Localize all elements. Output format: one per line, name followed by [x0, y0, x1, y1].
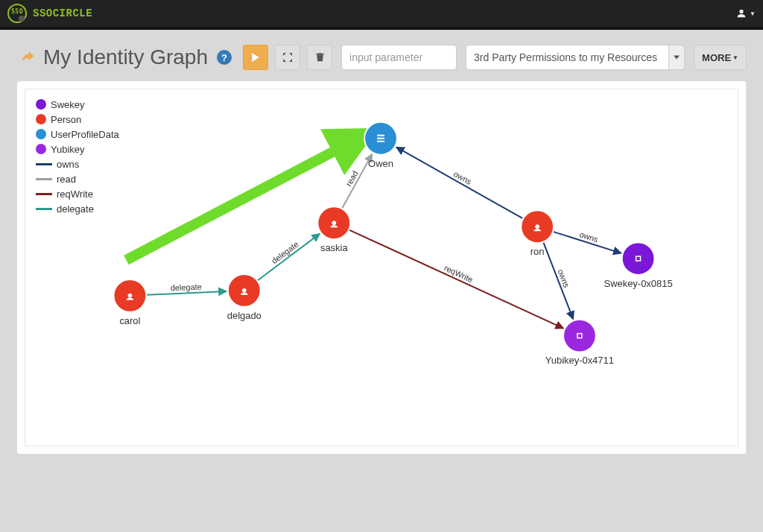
node-delgado[interactable]: delgado	[227, 274, 262, 321]
caret-down-icon: ▼	[750, 10, 756, 17]
brand-label: SSOCIRCLE	[33, 7, 92, 19]
top-nav: SSO SSOCIRCLE ▼	[0, 0, 763, 30]
trash-icon	[316, 53, 324, 62]
view-select-value: 3rd Party Permissions to my Resources	[466, 45, 685, 70]
node-carol[interactable]: carol	[114, 279, 147, 326]
node-label: Swekey-0x0815	[604, 278, 673, 289]
expand-icon	[283, 53, 292, 62]
node-label: saskia	[320, 242, 348, 253]
brand[interactable]: SSO SSOCIRCLE	[7, 4, 92, 23]
caret-down-icon: ▼	[732, 54, 738, 61]
edge-label: delegate	[170, 282, 201, 292]
page-title: My Identity Graph	[43, 45, 208, 69]
svg-point-1	[19, 16, 25, 22]
more-button[interactable]: MORE ▼	[694, 45, 747, 70]
node-label: ron	[531, 246, 545, 257]
graph-svg[interactable]: delegatedelegatereadreqWriteownsownsowns…	[25, 89, 738, 446]
input-parameter-field[interactable]	[341, 45, 457, 70]
svg-rect-7	[377, 135, 384, 136]
share-icon[interactable]	[16, 46, 39, 69]
edge-label: owns	[578, 229, 599, 244]
edge-label: read	[344, 169, 360, 188]
brand-logo-icon: SSO	[7, 4, 27, 23]
list-icon	[377, 135, 384, 142]
node-owen[interactable]: Owen	[364, 122, 397, 169]
node-saskia[interactable]: saskia	[317, 206, 350, 253]
svg-rect-8	[377, 138, 384, 139]
edge-delgado-saskia[interactable]	[257, 234, 320, 281]
header-row: My Identity Graph ? 3rd Party Permission…	[16, 45, 747, 70]
edge-carol-delgado[interactable]	[146, 291, 227, 295]
user-icon	[736, 8, 747, 19]
edge-saskia-yubikey[interactable]	[349, 229, 563, 328]
node-label: Owen	[368, 158, 393, 169]
node-ron[interactable]: ron	[521, 210, 554, 257]
svg-rect-9	[377, 141, 384, 142]
view-select[interactable]: 3rd Party Permissions to my Resources	[466, 45, 685, 70]
edge-ron-owen[interactable]	[396, 147, 523, 218]
node-label: Yubikey-0x4711	[545, 355, 614, 366]
delete-button[interactable]	[307, 45, 332, 70]
more-label: MORE	[702, 52, 731, 63]
node-swekey[interactable]: Swekey-0x0815	[604, 242, 673, 289]
node-yubikey[interactable]: Yubikey-0x4711	[545, 320, 614, 367]
play-icon	[251, 53, 260, 62]
node-label: delgado	[227, 310, 262, 321]
svg-point-11	[622, 242, 655, 275]
expand-button[interactable]	[275, 45, 300, 70]
node-label: carol	[119, 315, 140, 326]
graph-panel: SwekeyPersonUserProfileDataYubikeyownsre…	[16, 80, 747, 455]
play-button[interactable]	[243, 45, 268, 70]
chevron-down-icon	[668, 45, 685, 70]
svg-text:SSO: SSO	[11, 8, 23, 15]
svg-point-13	[563, 320, 596, 352]
user-menu-button[interactable]: ▼	[736, 8, 756, 19]
help-icon[interactable]: ?	[217, 50, 232, 65]
graph-canvas[interactable]: SwekeyPersonUserProfileDataYubikeyownsre…	[25, 89, 738, 446]
edge-label: owns	[556, 268, 572, 290]
